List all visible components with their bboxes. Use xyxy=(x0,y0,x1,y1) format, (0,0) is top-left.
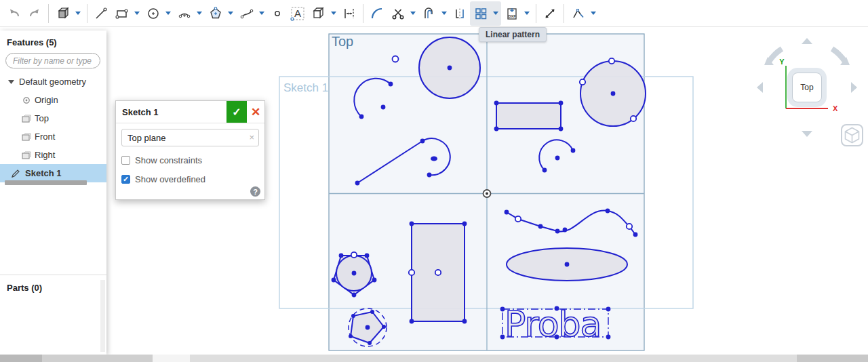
circle-tool-button[interactable] xyxy=(143,1,163,26)
bottom-bar-segment[interactable] xyxy=(153,355,190,362)
spline-dropdown[interactable] xyxy=(257,1,267,26)
linear-pattern-dropdown[interactable] xyxy=(491,1,500,26)
help-button[interactable]: ? xyxy=(250,186,260,197)
isometric-view-button[interactable] xyxy=(842,125,863,146)
polygon-dropdown[interactable] xyxy=(226,1,235,26)
viewport-orientation-label: Top xyxy=(332,34,353,49)
spline-tool-button[interactable] xyxy=(237,1,257,26)
linear-pattern-group xyxy=(470,1,501,26)
offset-icon xyxy=(422,6,437,21)
text-tool-button[interactable]: A xyxy=(288,1,308,26)
bottom-bar-segment[interactable] xyxy=(797,355,868,362)
feature-filter-input[interactable] xyxy=(5,53,100,68)
import-dxf-button[interactable]: DXF xyxy=(502,1,522,26)
rotate-up-arrow[interactable] xyxy=(802,38,812,44)
linear-pattern-button[interactable] xyxy=(471,1,491,26)
sketch-plane-field[interactable] xyxy=(121,129,259,146)
show-constraints-dropdown[interactable] xyxy=(589,1,598,26)
show-overdefined-checkbox[interactable]: ✓ xyxy=(121,175,130,184)
tree-item-default-geometry[interactable]: Default geometry xyxy=(0,73,106,91)
fillet-icon xyxy=(370,6,384,21)
measure-icon xyxy=(542,6,557,21)
toolbar-separator xyxy=(87,4,87,23)
rotate-left-arrow[interactable] xyxy=(757,82,763,93)
undo-button[interactable] xyxy=(4,1,24,26)
line-tool-button[interactable] xyxy=(91,1,111,26)
checkmark-icon: ✓ xyxy=(232,106,241,119)
toolbar-separator xyxy=(536,4,536,23)
chevron-down-icon[interactable] xyxy=(5,80,17,84)
features-title: Features (5) xyxy=(0,31,106,47)
rotate-right-arrow[interactable] xyxy=(851,82,857,93)
undo-icon xyxy=(7,6,22,21)
plane-icon xyxy=(20,151,33,159)
rectangle-dropdown[interactable] xyxy=(132,1,142,26)
arc-dropdown[interactable] xyxy=(195,1,204,26)
close-icon: ✕ xyxy=(251,105,260,119)
point-tool-button[interactable] xyxy=(267,1,288,26)
show-constraints-checkbox-row[interactable]: Show constraints xyxy=(121,155,259,165)
bottom-bar-segment[interactable] xyxy=(0,355,42,362)
rotate-cw-arrow[interactable] xyxy=(832,49,845,62)
show-constraints-checkbox[interactable] xyxy=(121,156,130,165)
sketch-plane-label: Sketch 1 xyxy=(283,81,328,95)
accept-button[interactable]: ✓ xyxy=(226,101,247,123)
spline-icon xyxy=(239,6,254,21)
point-icon xyxy=(270,6,285,21)
tree-item-origin[interactable]: Origin xyxy=(0,91,106,109)
parts-vertical-scrollbar[interactable] xyxy=(100,280,105,352)
rotate-down-arrow[interactable] xyxy=(802,131,812,137)
sketch-text-entity[interactable]: Proba xyxy=(505,304,601,344)
redo-button[interactable] xyxy=(24,1,45,26)
mirror-tool-button[interactable] xyxy=(450,1,470,26)
offset-tool-button[interactable] xyxy=(419,1,439,26)
arc-icon xyxy=(177,6,192,21)
origin-marker[interactable] xyxy=(484,190,491,197)
origin-icon xyxy=(20,96,33,104)
polygon-icon xyxy=(208,6,223,21)
pencil-icon xyxy=(8,168,23,178)
show-overdefined-checkbox-row[interactable]: ✓ Show overdefined xyxy=(121,174,259,184)
linear-pattern-icon xyxy=(473,6,488,21)
view-cube-top-face[interactable]: Top xyxy=(792,73,822,102)
point-entity[interactable] xyxy=(393,56,399,62)
tree-item-top-plane[interactable]: Top xyxy=(0,109,106,127)
rectangle-entity[interactable] xyxy=(496,103,561,129)
polygon-tool-button[interactable] xyxy=(205,1,226,26)
tree-item-right-plane[interactable]: Right xyxy=(0,146,106,164)
panel-divider xyxy=(0,275,106,275)
bottom-bar-segment[interactable] xyxy=(190,355,797,362)
dimension-icon xyxy=(342,6,357,21)
rectangle-tool-button[interactable] xyxy=(112,1,132,26)
cancel-button[interactable]: ✕ xyxy=(247,101,264,123)
redo-icon xyxy=(27,6,42,21)
solid-box-icon xyxy=(56,6,71,21)
clear-field-icon[interactable]: × xyxy=(249,132,254,142)
dimension-tool-button[interactable] xyxy=(339,1,359,26)
plane-icon xyxy=(20,115,33,123)
arc-tool-button[interactable] xyxy=(174,1,195,26)
parts-title: Parts (0) xyxy=(7,283,42,293)
scissors-icon xyxy=(391,6,406,21)
import-dxf-dropdown[interactable] xyxy=(522,1,532,26)
use-project-dropdown[interactable] xyxy=(329,1,338,26)
line-icon xyxy=(94,6,108,21)
use-project-tool-button[interactable] xyxy=(309,1,329,26)
trim-tool-button[interactable] xyxy=(388,1,408,26)
tree-item-front-plane[interactable]: Front xyxy=(0,127,106,146)
fillet-tool-button[interactable] xyxy=(367,1,387,26)
dxf-file-icon: DXF xyxy=(505,6,519,21)
finish-sketch-dropdown[interactable] xyxy=(73,1,83,26)
wire-box-icon xyxy=(311,6,326,21)
tree-item-sketch-1[interactable]: Sketch 1 xyxy=(0,164,106,182)
bottom-bar-segment[interactable] xyxy=(42,355,153,362)
features-horizontal-scrollbar[interactable] xyxy=(5,180,87,185)
finish-sketch-button[interactable] xyxy=(53,1,73,26)
show-constraints-button[interactable] xyxy=(568,1,589,26)
bottom-tab-bar xyxy=(0,355,868,362)
dialog-title: Sketch 1 xyxy=(116,101,226,123)
circle-dropdown[interactable] xyxy=(163,1,173,26)
offset-dropdown[interactable] xyxy=(439,1,449,26)
measure-button[interactable] xyxy=(540,1,560,26)
trim-dropdown[interactable] xyxy=(408,1,418,26)
